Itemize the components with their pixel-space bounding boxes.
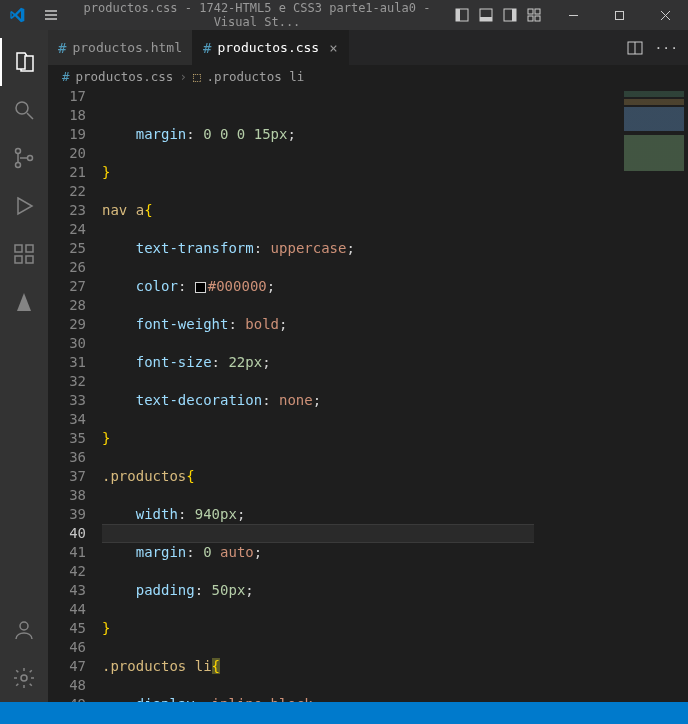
tab-productos-css[interactable]: # productos.css × xyxy=(193,30,349,65)
code-editor[interactable]: 1718 1920 2122 2324 2526 2728 2930 3132 … xyxy=(48,87,688,702)
chevron-right-icon: › xyxy=(179,69,187,84)
svg-point-14 xyxy=(28,156,33,161)
account-icon[interactable] xyxy=(0,606,48,654)
svg-rect-18 xyxy=(26,245,33,252)
breadcrumbs[interactable]: # productos.css › ⬚ .productos li xyxy=(48,65,688,87)
svg-rect-6 xyxy=(528,9,533,14)
svg-rect-9 xyxy=(535,16,540,21)
svg-rect-7 xyxy=(535,9,540,14)
symbol-icon: ⬚ xyxy=(193,69,201,84)
menu-icon[interactable] xyxy=(34,7,68,23)
source-control-icon[interactable] xyxy=(0,134,48,182)
panel-left-icon[interactable] xyxy=(454,7,470,23)
close-button[interactable] xyxy=(642,0,688,30)
extensions-icon[interactable] xyxy=(0,230,48,278)
panel-right-icon[interactable] xyxy=(502,7,518,23)
editor-layout-controls xyxy=(446,7,550,23)
titlebar: productos.css - 1742-HTML5 e CSS3 parte1… xyxy=(0,0,688,30)
svg-rect-1 xyxy=(456,9,460,21)
svg-rect-8 xyxy=(528,16,533,21)
svg-point-12 xyxy=(16,149,21,154)
color-swatch-icon[interactable] xyxy=(195,282,206,293)
code-content[interactable]: margin: 0 0 0 15px; } nav a{ text-transf… xyxy=(102,87,612,702)
search-icon[interactable] xyxy=(0,86,48,134)
svg-rect-16 xyxy=(15,256,22,263)
tab-label: productos.html xyxy=(72,40,182,55)
css-file-icon: # xyxy=(203,40,211,56)
tab-label: productos.css xyxy=(217,40,319,55)
svg-rect-10 xyxy=(615,11,623,19)
svg-point-20 xyxy=(21,675,27,681)
panel-bottom-icon[interactable] xyxy=(478,7,494,23)
minimize-button[interactable] xyxy=(550,0,596,30)
activity-bar xyxy=(0,30,48,702)
explorer-icon[interactable] xyxy=(0,38,48,86)
window-title: productos.css - 1742-HTML5 e CSS3 parte1… xyxy=(68,1,446,29)
html-file-icon: # xyxy=(58,40,66,56)
window-controls xyxy=(550,0,688,30)
status-bar xyxy=(0,702,688,724)
settings-gear-icon[interactable] xyxy=(0,654,48,702)
svg-rect-15 xyxy=(15,245,22,252)
close-tab-icon[interactable]: × xyxy=(325,40,337,56)
svg-rect-5 xyxy=(512,9,516,21)
customize-layout-icon[interactable] xyxy=(526,7,542,23)
editor-tabs: # productos.html # productos.css × ··· xyxy=(48,30,688,65)
minimap[interactable] xyxy=(612,87,688,702)
more-actions-icon[interactable]: ··· xyxy=(655,40,678,55)
azure-icon[interactable] xyxy=(0,278,48,326)
breadcrumb-file[interactable]: productos.css xyxy=(76,69,174,84)
css-file-icon: # xyxy=(62,69,70,84)
line-numbers: 1718 1920 2122 2324 2526 2728 2930 3132 … xyxy=(48,87,102,702)
split-editor-icon[interactable] xyxy=(627,40,643,56)
svg-point-19 xyxy=(20,622,28,630)
breadcrumb-symbol[interactable]: .productos li xyxy=(206,69,304,84)
vscode-logo-icon xyxy=(0,7,34,23)
svg-rect-17 xyxy=(26,256,33,263)
svg-point-13 xyxy=(16,163,21,168)
run-debug-icon[interactable] xyxy=(0,182,48,230)
svg-point-11 xyxy=(16,102,28,114)
tab-productos-html[interactable]: # productos.html xyxy=(48,30,193,65)
svg-rect-3 xyxy=(480,17,492,21)
maximize-button[interactable] xyxy=(596,0,642,30)
